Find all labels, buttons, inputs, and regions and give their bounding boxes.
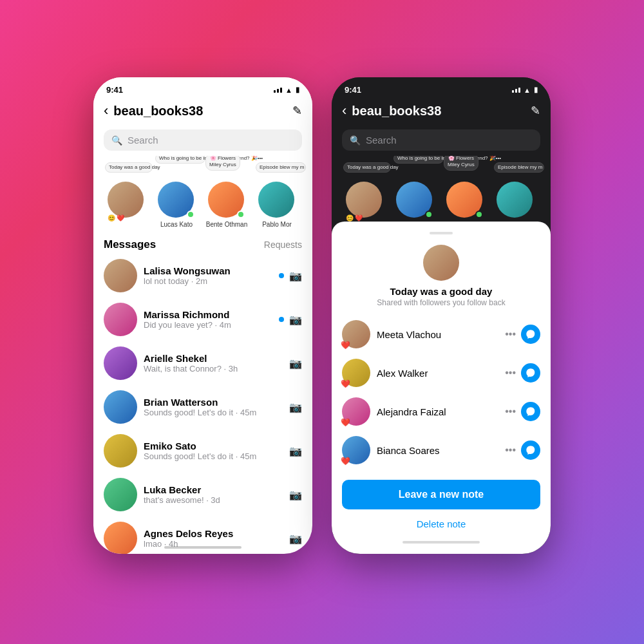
- dm-btn-0[interactable]: [521, 325, 540, 344]
- follower-row-3[interactable]: ❤️ Bianca Soares •••: [342, 431, 540, 469]
- camera-icon-2[interactable]: 📷: [289, 357, 302, 370]
- messages-list: Lalisa Wongsuwan lol not today · 2m 📷 Ma…: [93, 254, 312, 554]
- signal-icon-dark: [512, 88, 520, 93]
- story-avatar-own-dark: [346, 182, 382, 218]
- messages-header: Messages Requests: [93, 233, 312, 254]
- msg-avatar-1: [104, 303, 137, 336]
- msg-actions-2: 📷: [289, 357, 302, 370]
- story-note-own: Today was a good day: [105, 162, 153, 173]
- msg-actions-6: 📷: [289, 533, 302, 545]
- story-item-own[interactable]: Today was a good day 😊 ❤️: [101, 161, 151, 228]
- edit-icon-light[interactable]: ✎: [292, 104, 302, 118]
- followers-list: ❤️ Meeta Vlachou ••• ❤️ Alex Walker: [342, 315, 540, 469]
- sheet-subtitle: Shared with followers you follow back: [377, 298, 505, 307]
- requests-link[interactable]: Requests: [264, 240, 302, 250]
- message-item-2[interactable]: Arielle Shekel Wait, is that Connor? · 3…: [93, 341, 312, 385]
- message-item-3[interactable]: Brian Watterson Sounds good! Let's do it…: [93, 385, 312, 429]
- leave-note-button[interactable]: Leave a new note: [342, 480, 540, 509]
- heart-react-2: ❤️: [341, 418, 350, 427]
- messenger-icon-0: [526, 329, 536, 339]
- home-indicator-dark: [402, 541, 480, 544]
- follower-avatar-2: ❤️: [342, 397, 370, 426]
- story-note-bente-dark: 🌸 FlowersMiley Cyrus: [444, 156, 478, 171]
- signal-icon: [274, 88, 282, 93]
- dm-btn-2[interactable]: [521, 402, 540, 421]
- story-note-pablo: Episode blew my m: [256, 162, 306, 173]
- dark-phone: 9:41 ▲ ▮ ‹ beau_books38 ✎ 🔍 Search: [332, 77, 551, 554]
- camera-icon-6[interactable]: 📷: [289, 533, 302, 545]
- online-dot-bente: [237, 211, 245, 218]
- camera-icon-5[interactable]: 📷: [289, 489, 302, 501]
- emoji-badge-dark: 😊: [346, 214, 354, 222]
- msg-actions-0: 📷: [279, 270, 302, 282]
- dm-btn-1[interactable]: [521, 363, 540, 383]
- camera-icon-0[interactable]: 📷: [289, 270, 302, 282]
- msg-actions-3: 📷: [289, 401, 302, 413]
- follower-actions-3: •••: [505, 440, 540, 460]
- back-button-dark[interactable]: ‹: [342, 102, 346, 119]
- story-item-own-dark[interactable]: Today was a good day 😊 ❤️: [339, 161, 390, 228]
- search-bar-dark[interactable]: 🔍 Search: [342, 129, 540, 151]
- story-item-pablo[interactable]: Episode blew my m Pablo Mor: [252, 161, 302, 228]
- story-name-bente: Bente Othman: [206, 221, 247, 228]
- messages-title: Messages: [104, 238, 156, 251]
- msg-info-3: Brian Watterson Sounds good! Let's do it…: [144, 397, 283, 417]
- messenger-icon-3: [526, 445, 536, 455]
- follower-avatar-1: ❤️: [342, 359, 370, 387]
- story-note-lucas: Who is going to be in SF this weekend? 🎉…: [155, 156, 205, 164]
- msg-info-4: Emiko Sato Sounds good! Let's do it · 45…: [144, 440, 283, 461]
- story-note-own-dark: Today was a good day: [343, 162, 391, 173]
- message-item-0[interactable]: Lalisa Wongsuwan lol not today · 2m 📷: [93, 254, 312, 298]
- follower-actions-2: •••: [505, 402, 540, 421]
- story-item-lucas-dark[interactable]: Who is going to be in SF this weekend? 🎉…: [390, 161, 440, 228]
- sheet-handle: [430, 232, 453, 234]
- story-item-bente[interactable]: 🌸 FlowersMiley Cyrus Bente Othman: [202, 161, 252, 228]
- search-bar-light[interactable]: 🔍 Search: [104, 129, 302, 151]
- msg-info-1: Marissa Richmond Did you leave yet? · 4m: [144, 309, 272, 330]
- edit-icon-dark[interactable]: ✎: [531, 104, 540, 118]
- camera-icon-4[interactable]: 📷: [289, 445, 302, 457]
- heart-badge-dark: ❤️: [355, 214, 363, 222]
- follower-name-0: Meeta Vlachou: [377, 329, 498, 340]
- story-item-bente-dark[interactable]: 🌸 FlowersMiley Cyrus Bente Othman: [440, 161, 490, 228]
- unread-dot-0: [279, 273, 284, 278]
- msg-info-5: Luka Becker that's awesome! · 3d: [144, 484, 283, 505]
- time-dark: 9:41: [345, 85, 361, 95]
- more-btn-1[interactable]: •••: [505, 367, 516, 379]
- status-icons-dark: ▲ ▮: [512, 86, 538, 94]
- messenger-icon-2: [526, 406, 536, 417]
- story-item-pablo-dark[interactable]: Episode blew my m Pablo Mor: [490, 161, 540, 228]
- more-btn-2[interactable]: •••: [505, 406, 516, 417]
- status-icons-light: ▲ ▮: [274, 86, 299, 94]
- msg-avatar-2: [104, 346, 137, 380]
- username-light: beau_books38: [113, 104, 203, 118]
- message-item-5[interactable]: Luka Becker that's awesome! · 3d 📷: [93, 473, 312, 516]
- more-btn-3[interactable]: •••: [505, 444, 516, 456]
- follower-actions-0: •••: [505, 325, 540, 344]
- delete-note-button[interactable]: Delete note: [342, 512, 540, 536]
- camera-icon-3[interactable]: 📷: [289, 401, 302, 413]
- follower-row-0[interactable]: ❤️ Meeta Vlachou •••: [342, 315, 540, 354]
- back-button[interactable]: ‹: [104, 102, 108, 119]
- bottom-sheet: Today was a good day Shared with followe…: [332, 222, 551, 554]
- battery-icon-dark: ▮: [534, 86, 538, 94]
- msg-avatar-0: [104, 259, 137, 292]
- camera-icon-1[interactable]: 📷: [289, 314, 302, 326]
- msg-preview-0: lol not today · 2m: [144, 276, 272, 286]
- follower-actions-1: •••: [505, 363, 540, 383]
- story-name-pablo: Pablo Mor: [262, 221, 292, 228]
- status-bar-light: 9:41 ▲ ▮: [93, 77, 312, 97]
- follower-row-2[interactable]: ❤️ Alejandra Faizal •••: [342, 392, 540, 431]
- story-item-lucas[interactable]: Who is going to be in SF this weekend? 🎉…: [151, 161, 202, 228]
- time-light: 9:41: [106, 85, 123, 95]
- msg-avatar-3: [104, 390, 137, 424]
- follower-row-1[interactable]: ❤️ Alex Walker •••: [342, 354, 540, 392]
- message-item-1[interactable]: Marissa Richmond Did you leave yet? · 4m…: [93, 298, 312, 341]
- heart-react-3: ❤️: [341, 457, 350, 466]
- more-btn-0[interactable]: •••: [505, 328, 516, 340]
- msg-name-0: Lalisa Wongsuwan: [144, 265, 272, 276]
- story-note-pablo-dark: Episode blew my m: [494, 162, 544, 173]
- message-item-4[interactable]: Emiko Sato Sounds good! Let's do it · 45…: [93, 429, 312, 473]
- dm-btn-3[interactable]: [521, 440, 540, 460]
- msg-preview-1: Did you leave yet? · 4m: [144, 320, 272, 330]
